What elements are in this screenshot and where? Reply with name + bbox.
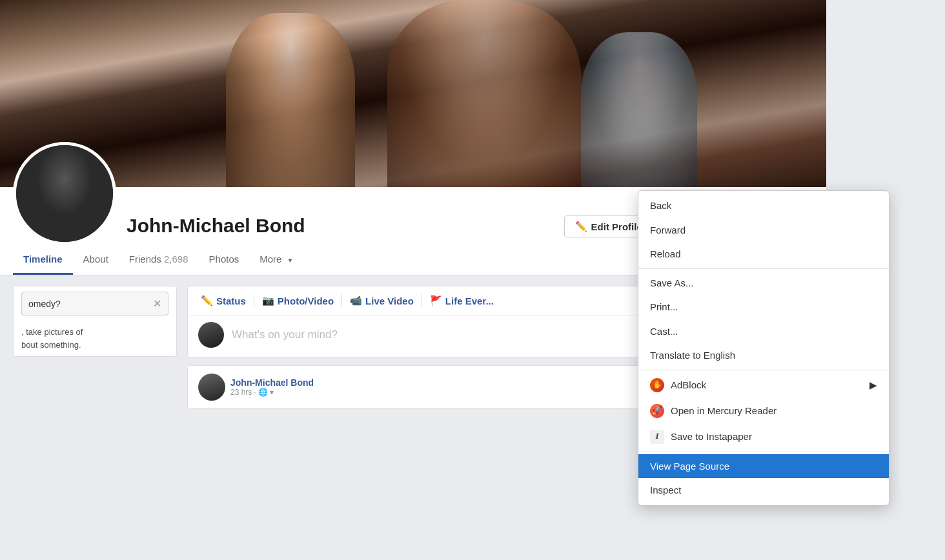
privacy-icon: 🌐: [258, 388, 268, 397]
post-avatar: [198, 374, 225, 401]
tab-friends[interactable]: Friends 2,698: [119, 245, 199, 275]
flag-icon: 🚩: [430, 295, 442, 306]
post-author-name[interactable]: John-Michael Bond: [230, 377, 314, 388]
friends-count: 2,698: [164, 254, 188, 265]
page-title: John-Michael Bond: [127, 214, 564, 237]
composer-tab-video[interactable]: 📹 Live Video: [342, 290, 422, 311]
menu-separator: [638, 452, 889, 452]
post-author-info: John-Michael Bond 23 hrs · 🌐 ▾: [230, 377, 314, 397]
close-icon[interactable]: ✕: [153, 297, 161, 310]
context-menu: Back Forward Reload Save As... Print... …: [638, 190, 889, 506]
sidebar-blurb: , take pictures of bout something.: [14, 321, 176, 356]
tab-about[interactable]: About: [73, 245, 119, 275]
search-text: omedy?: [28, 299, 61, 309]
context-menu-item-mercury[interactable]: 🚀 Open in Mercury Reader: [638, 398, 889, 424]
context-menu-item-translate[interactable]: Translate to English: [638, 343, 889, 368]
context-menu-item-forward[interactable]: Forward: [638, 218, 889, 243]
context-menu-item-reload[interactable]: Reload: [638, 242, 889, 266]
context-menu-item-back[interactable]: Back: [638, 194, 889, 218]
video-icon: 📹: [350, 295, 362, 306]
profile-name-area: John-Michael Bond: [127, 214, 564, 245]
composer-placeholder[interactable]: What's on your mind?: [232, 328, 338, 341]
context-menu-item-print[interactable]: Print...: [638, 295, 889, 319]
tab-more[interactable]: More ▼: [249, 245, 303, 275]
menu-separator: [638, 268, 889, 269]
context-menu-item-instapaper[interactable]: I Save to Instapaper: [638, 424, 889, 450]
composer-tab-photo[interactable]: 📷 Photo/Video: [254, 290, 341, 311]
tab-photos[interactable]: Photos: [199, 245, 250, 275]
composer-tab-status[interactable]: ✏️ Status: [193, 290, 254, 311]
composer-avatar: [198, 322, 224, 348]
camera-icon: 📷: [262, 295, 274, 306]
instapaper-icon: I: [650, 430, 664, 444]
context-menu-item-cast[interactable]: Cast...: [638, 319, 889, 344]
context-menu-item-view-source[interactable]: View Page Source: [638, 454, 889, 479]
separator: ·: [254, 388, 256, 397]
menu-separator: [638, 370, 889, 370]
mercury-reader-icon: 🚀: [650, 404, 664, 418]
search-bar[interactable]: omedy? ✕: [21, 292, 168, 315]
privacy-dropdown-icon: ▾: [270, 388, 274, 397]
more-dropdown-arrow-icon: ▼: [287, 257, 294, 264]
post-meta: 23 hrs · 🌐 ▾: [230, 388, 314, 397]
adblock-icon: ✋: [650, 378, 664, 392]
pencil-icon: ✏️: [201, 295, 213, 306]
context-menu-item-adblock[interactable]: ✋ AdBlock ▶: [638, 372, 889, 398]
sidebar-card: omedy? ✕ , take pictures of bout somethi…: [13, 286, 177, 357]
context-menu-item-save-as[interactable]: Save As...: [638, 271, 889, 295]
composer-tab-life[interactable]: 🚩 Life Ever...: [422, 290, 502, 311]
submenu-arrow-icon: ▶: [869, 379, 877, 392]
cover-photo: [0, 0, 826, 187]
context-menu-item-inspect[interactable]: Inspect: [638, 478, 889, 503]
left-sidebar: omedy? ✕ , take pictures of bout somethi…: [13, 286, 177, 409]
avatar: [13, 142, 116, 245]
pencil-icon: ✏️: [575, 221, 587, 232]
tab-timeline[interactable]: Timeline: [13, 245, 73, 275]
